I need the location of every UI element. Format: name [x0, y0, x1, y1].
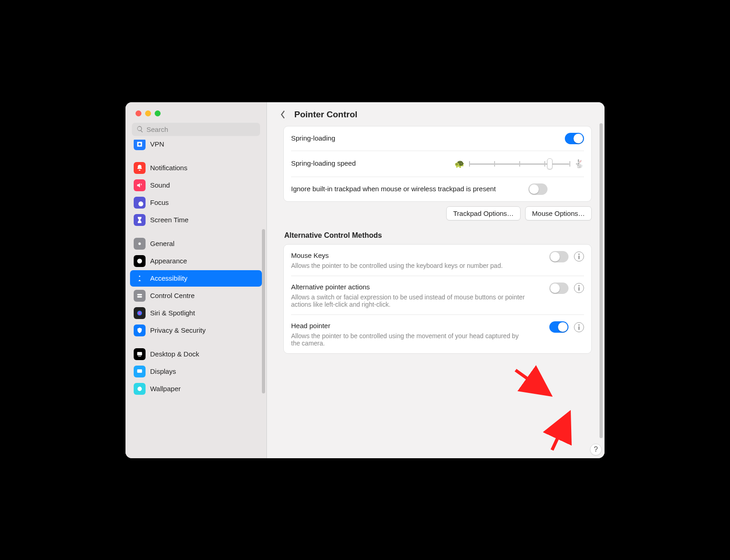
head-pointer-info-button[interactable]: [574, 322, 584, 332]
pointer-settings-card: Spring-loading Spring-loading speed 🐢: [283, 126, 592, 202]
sidebar-item-label: Appearance: [150, 257, 187, 265]
mouse-options-button[interactable]: Mouse Options…: [525, 206, 592, 220]
sidebar-item-screen-time[interactable]: Screen Time: [130, 212, 262, 228]
svg-point-9: [578, 253, 579, 255]
mouse-keys-label: Mouse Keys: [291, 251, 549, 260]
annotation-arrow: [513, 368, 559, 402]
spring-loading-toggle[interactable]: [565, 133, 584, 144]
options-buttons: Trackpad Options… Mouse Options…: [283, 206, 592, 220]
sidebar-nav: VPNNotificationsSoundFocusScreen TimeGen…: [125, 140, 266, 458]
spring-speed-row: Spring-loading speed 🐢 🐇: [291, 151, 584, 177]
svg-point-3: [137, 310, 142, 315]
svg-point-13: [578, 324, 579, 325]
svg-point-11: [578, 285, 579, 287]
sidebar-item-label: Wallpaper: [150, 385, 181, 393]
appearance-icon: [134, 255, 146, 267]
sidebar-item-label: VPN: [150, 140, 164, 148]
content-area: Spring-loading Spring-loading speed 🐢: [267, 126, 605, 458]
sidebar-item-displays[interactable]: Displays: [130, 363, 262, 380]
alt-pointer-toggle[interactable]: [549, 283, 568, 294]
sidebar-item-focus[interactable]: Focus: [130, 194, 262, 211]
sidebar-item-accessibility[interactable]: Accessibility: [130, 270, 262, 287]
accessibility-icon: [134, 272, 146, 284]
sidebar-item-general[interactable]: General: [130, 236, 262, 252]
svg-rect-1: [137, 294, 142, 295]
spring-speed-slider[interactable]: [469, 157, 569, 170]
general-icon: [134, 238, 146, 250]
sidebar-item-vpn[interactable]: VPN: [130, 140, 262, 152]
search-icon: [136, 126, 144, 133]
sidebar-item-control-centre[interactable]: Control Centre: [130, 288, 262, 304]
turtle-icon: 🐢: [454, 159, 464, 169]
focus-icon: [134, 197, 146, 209]
sidebar-item-label: Desktop & Dock: [150, 350, 199, 358]
sidebar-item-label: Accessibility: [150, 274, 188, 282]
sidebar-item-desktop-dock[interactable]: Desktop & Dock: [130, 346, 262, 362]
fullscreen-icon[interactable]: [155, 110, 161, 116]
sidebar-item-sound[interactable]: Sound: [130, 177, 262, 194]
back-button[interactable]: [278, 110, 288, 120]
sound-icon: [134, 179, 146, 191]
header: Pointer Control: [267, 102, 605, 126]
sidebar-item-label: Control Centre: [150, 292, 195, 299]
chevron-left-icon: [280, 110, 286, 119]
spring-speed-label: Spring-loading speed: [291, 159, 454, 168]
sidebar-item-label: Privacy & Security: [150, 326, 206, 334]
mouse-keys-desc: Allows the pointer to be controlled usin…: [291, 262, 528, 269]
minimize-icon[interactable]: [145, 110, 151, 116]
main-scrollbar[interactable]: [600, 123, 603, 438]
info-icon: [577, 285, 581, 291]
svg-rect-5: [138, 356, 141, 356]
svg-rect-2: [137, 296, 142, 297]
sidebar-item-appearance[interactable]: Appearance: [130, 253, 262, 269]
search-field[interactable]: [132, 123, 260, 136]
notifications-icon: [134, 162, 146, 174]
mouse-keys-info-button[interactable]: [574, 251, 584, 262]
sidebar-item-privacy-security[interactable]: Privacy & Security: [130, 322, 262, 339]
alt-pointer-info-button[interactable]: [574, 283, 584, 293]
svg-rect-10: [579, 256, 580, 259]
search-input[interactable]: [146, 126, 256, 133]
settings-window: VPNNotificationsSoundFocusScreen TimeGen…: [125, 102, 605, 458]
alt-pointer-row: Alternative pointer actions Allows a swi…: [291, 276, 584, 315]
svg-rect-12: [579, 287, 580, 291]
sidebar-item-label: Sound: [150, 181, 170, 189]
sidebar-item-label: Screen Time: [150, 216, 188, 224]
displays-icon: [134, 366, 146, 377]
sidebar-item-wallpaper[interactable]: Wallpaper: [130, 381, 262, 397]
sidebar-item-label: Displays: [150, 367, 176, 375]
svg-rect-4: [137, 352, 142, 355]
help-button[interactable]: ?: [590, 444, 602, 455]
svg-rect-14: [579, 326, 580, 330]
alt-pointer-desc: Allows a switch or facial expression to …: [291, 293, 528, 308]
close-icon[interactable]: [136, 110, 141, 116]
sidebar-item-notifications[interactable]: Notifications: [130, 160, 262, 176]
info-icon: [577, 253, 581, 260]
rabbit-icon: 🐇: [574, 159, 584, 169]
svg-point-7: [139, 370, 141, 372]
head-pointer-row: Head pointer Allows the pointer to be co…: [291, 315, 584, 353]
sidebar-item-label: Siri & Spotlight: [150, 309, 195, 317]
desktop-dock-icon: [134, 348, 146, 360]
alt-methods-heading: Alternative Control Methods: [284, 231, 592, 240]
sidebar-item-siri-spotlight[interactable]: Siri & Spotlight: [130, 305, 262, 321]
screen-time-icon: [134, 214, 146, 226]
sidebar-item-label: General: [150, 240, 174, 247]
window-controls: [125, 102, 266, 123]
sidebar-scrollbar[interactable]: [262, 229, 265, 393]
siri-spotlight-icon: [134, 307, 146, 319]
head-pointer-label: Head pointer: [291, 321, 549, 330]
ignore-trackpad-toggle[interactable]: [528, 183, 548, 195]
page-title: Pointer Control: [294, 110, 357, 120]
vpn-icon: [134, 140, 146, 150]
spring-loading-label: Spring-loading: [291, 134, 565, 143]
ignore-trackpad-label: Ignore built-in trackpad when mouse or w…: [291, 184, 528, 194]
svg-point-0: [139, 276, 141, 277]
spring-loading-row: Spring-loading: [291, 126, 584, 151]
sidebar: VPNNotificationsSoundFocusScreen TimeGen…: [125, 102, 267, 458]
trackpad-options-button[interactable]: Trackpad Options…: [446, 206, 521, 220]
mouse-keys-toggle[interactable]: [549, 251, 568, 262]
control-centre-icon: [134, 290, 146, 302]
head-pointer-toggle[interactable]: [549, 321, 568, 333]
alt-methods-card: Mouse Keys Allows the pointer to be cont…: [283, 244, 592, 354]
